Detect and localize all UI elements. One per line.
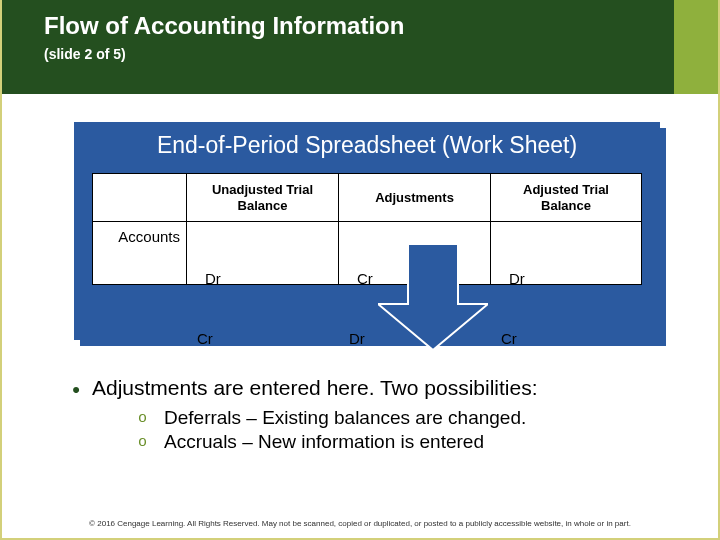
panel-front: End-of-Period Spreadsheet (Work Sheet) U… xyxy=(74,122,660,340)
grid-body-row: Accounts Dr Cr Cr Dr xyxy=(93,222,641,284)
slide-title: Flow of Accounting Information xyxy=(44,12,674,40)
adjb-cr: Cr xyxy=(501,329,631,349)
slide: Flow of Accounting Information (slide 2 … xyxy=(0,0,720,540)
col-header-adjusted: Adjusted Trial Balance xyxy=(491,174,641,221)
adj-cr: Cr xyxy=(349,269,480,289)
cell-adjustments: Cr Dr xyxy=(339,222,491,284)
cell-adjusted: Dr Cr xyxy=(491,222,641,284)
worksheet-title: End-of-Period Spreadsheet (Work Sheet) xyxy=(74,122,660,173)
accounts-label: Accounts xyxy=(118,228,180,247)
cell-accounts: Accounts xyxy=(93,222,187,284)
grid-header-row: Unadjusted Trial Balance Adjustments Adj… xyxy=(93,174,641,222)
sub-bullet-icon: o xyxy=(138,431,164,451)
slide-body: End-of-Period Spreadsheet (Work Sheet) U… xyxy=(2,94,718,508)
sub-bullet-row: o Deferrals – Existing balances are chan… xyxy=(138,407,674,429)
col-header-adjustments: Adjustments xyxy=(339,174,491,221)
title-bar: Flow of Accounting Information (slide 2 … xyxy=(2,0,718,94)
worksheet-panel: End-of-Period Spreadsheet (Work Sheet) U… xyxy=(74,122,660,340)
cell-unadjusted: Dr Cr xyxy=(187,222,339,284)
slide-subtitle: (slide 2 of 5) xyxy=(44,46,674,62)
col-header-unadjusted: Unadjusted Trial Balance xyxy=(187,174,339,221)
sub-bullet-text: Deferrals – Existing balances are change… xyxy=(164,407,526,429)
bullet-dot-icon: • xyxy=(60,376,92,401)
adjb-dr: Dr xyxy=(501,269,631,289)
adj-dr: Dr xyxy=(349,329,480,349)
unadj-cr: Cr xyxy=(197,329,328,349)
unadj-dr: Dr xyxy=(197,269,328,289)
worksheet-grid: Unadjusted Trial Balance Adjustments Adj… xyxy=(92,173,642,285)
sub-bullet-icon: o xyxy=(138,407,164,427)
col-header-accounts xyxy=(93,174,187,221)
sub-bullet-row: o Accruals – New information is entered xyxy=(138,431,674,453)
copyright-footer: © 2016 Cengage Learning. All Rights Rese… xyxy=(2,519,718,528)
sub-bullet-text: Accruals – New information is entered xyxy=(164,431,484,453)
